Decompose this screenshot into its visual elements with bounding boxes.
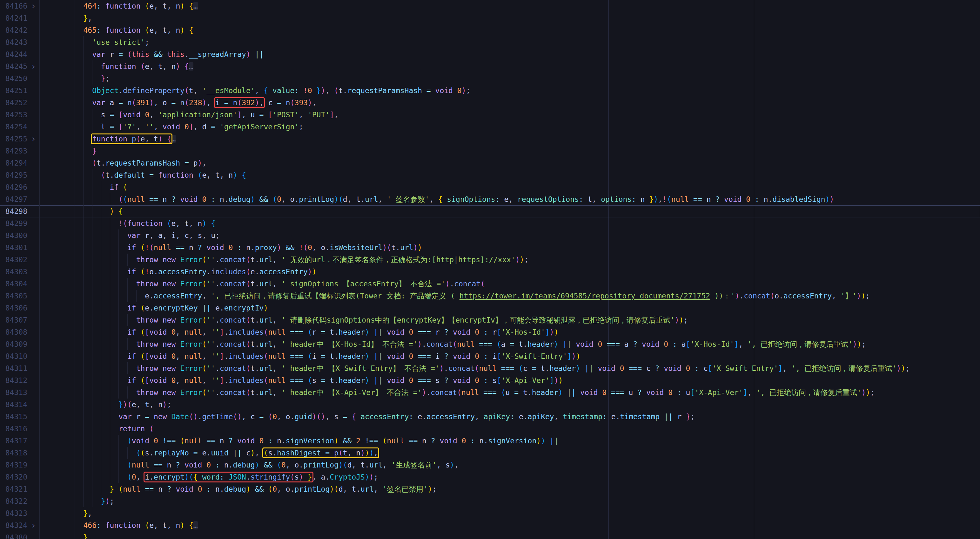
code-line[interactable]: 84254l = ['?', '', void 0], d = 'getApiS… bbox=[0, 121, 980, 133]
line-number[interactable]: 84313 bbox=[0, 386, 27, 399]
code-line-content[interactable]: })(e, t, n); bbox=[40, 399, 980, 411]
code-line-content[interactable]: var a = n(391), o = n(238), i = n(392), … bbox=[40, 97, 980, 109]
code-line-content[interactable]: var r, a, i, c, s, u; bbox=[40, 230, 980, 242]
line-number[interactable]: 84380 bbox=[0, 531, 27, 539]
code-line-content[interactable]: }; bbox=[40, 72, 980, 85]
code-line[interactable]: 84308if ([void 0, null, ''].includes(nul… bbox=[0, 326, 980, 338]
line-number[interactable]: 84303 bbox=[0, 266, 27, 278]
code-line-content[interactable]: }, bbox=[40, 12, 980, 24]
fold-chevron-icon[interactable]: › bbox=[27, 133, 40, 145]
line-number[interactable]: 84251 bbox=[0, 85, 27, 97]
code-line-content[interactable]: if (!(null == n ? void 0 : n.proxy) && !… bbox=[40, 242, 980, 254]
code-line[interactable]: 84302throw new Error(''.concat(t.url, ' … bbox=[0, 254, 980, 266]
line-number[interactable]: 84318 bbox=[0, 447, 27, 459]
code-line[interactable]: 84241}, bbox=[0, 12, 980, 24]
code-line[interactable]: 84323}, bbox=[0, 507, 980, 519]
code-line[interactable]: 84245›function (e, t, n) {… bbox=[0, 61, 980, 72]
line-number[interactable]: 84241 bbox=[0, 12, 27, 24]
string-url-link[interactable]: https://tower.im/teams/694585/repository… bbox=[460, 292, 710, 300]
line-number[interactable]: 84304 bbox=[0, 278, 27, 290]
fold-chevron-icon[interactable]: › bbox=[27, 519, 40, 531]
code-line[interactable]: 84298) { bbox=[0, 205, 980, 217]
code-line[interactable]: 84250}; bbox=[0, 72, 980, 85]
code-line-content[interactable]: 466: function (e, t, n) {… bbox=[40, 519, 980, 531]
line-number[interactable]: 84252 bbox=[0, 97, 27, 109]
fold-chevron-icon[interactable]: › bbox=[27, 0, 40, 12]
code-line[interactable]: 84310if ([void 0, null, ''].includes(nul… bbox=[0, 350, 980, 362]
line-number[interactable]: 84297 bbox=[0, 193, 27, 205]
code-line-content[interactable]: } (null == n ? void 0 : n.debug) && (0, … bbox=[40, 483, 980, 495]
code-line[interactable]: 84242465: function (e, t, n) { bbox=[0, 24, 980, 36]
code-line[interactable]: 84306if (e.encryptKey || e.encryptIv) bbox=[0, 302, 980, 314]
code-line[interactable]: 84301if (!(null == n ? void 0 : n.proxy)… bbox=[0, 242, 980, 254]
code-line[interactable]: 84296if ( bbox=[0, 181, 980, 193]
code-line-content[interactable]: if ( bbox=[40, 181, 980, 193]
line-number[interactable]: 84314 bbox=[0, 399, 27, 411]
line-number[interactable]: 84322 bbox=[0, 495, 27, 507]
line-number[interactable]: 84321 bbox=[0, 483, 27, 495]
code-line-content[interactable]: throw new Error(''.concat(t.url, ' signO… bbox=[40, 278, 980, 290]
code-line-content[interactable]: ((null == n ? void 0 : n.debug) && (0, o… bbox=[40, 193, 980, 205]
line-number[interactable]: 84309 bbox=[0, 338, 27, 350]
code-line[interactable]: 84252var a = n(391), o = n(238), i = n(3… bbox=[0, 97, 980, 109]
code-line[interactable]: 84295(t.default = function (e, t, n) { bbox=[0, 169, 980, 181]
line-number[interactable]: 84306 bbox=[0, 302, 27, 314]
code-line-content[interactable]: 465: function (e, t, n) { bbox=[40, 24, 980, 36]
code-line-content[interactable]: function (e, t, n) {… bbox=[40, 61, 980, 72]
code-line-content[interactable]: (void 0 !== (null == n ? void 0 : n.sign… bbox=[40, 435, 980, 447]
line-number[interactable]: 84253 bbox=[0, 109, 27, 121]
code-line-content[interactable]: }, bbox=[40, 507, 980, 519]
code-line[interactable]: 84309throw new Error(''.concat(t.url, ' … bbox=[0, 338, 980, 350]
code-line-content[interactable]: 464: function (e, t, n) {… bbox=[40, 0, 980, 12]
line-number[interactable]: 84316 bbox=[0, 423, 27, 435]
code-line-content[interactable]: if (!o.accessEntry.includes(e.accessEntr… bbox=[40, 266, 980, 278]
line-number[interactable]: 84307 bbox=[0, 314, 27, 326]
line-number[interactable]: 84293 bbox=[0, 145, 27, 157]
line-number[interactable]: 84300 bbox=[0, 230, 27, 242]
code-line[interactable]: 84299!(function (e, t, n) { bbox=[0, 217, 980, 230]
line-number[interactable]: 84324 bbox=[0, 519, 27, 531]
line-number[interactable]: 84305 bbox=[0, 290, 27, 302]
code-line[interactable]: 84317(void 0 !== (null == n ? void 0 : n… bbox=[0, 435, 980, 447]
line-number[interactable]: 84317 bbox=[0, 435, 27, 447]
line-number[interactable]: 84245 bbox=[0, 61, 27, 72]
code-line[interactable]: 84320(0, i.encrypt)({ word: JSON.stringi… bbox=[0, 471, 980, 483]
code-line[interactable]: 84322}); bbox=[0, 495, 980, 507]
code-line[interactable]: 84315var r = new Date().getTime(), c = (… bbox=[0, 411, 980, 423]
code-line[interactable]: 84251Object.defineProperty(t, '__esModul… bbox=[0, 85, 980, 97]
line-number[interactable]: 84166 bbox=[0, 0, 27, 12]
line-number[interactable]: 84294 bbox=[0, 157, 27, 169]
line-number[interactable]: 84323 bbox=[0, 507, 27, 519]
line-number[interactable]: 84254 bbox=[0, 121, 27, 133]
code-line[interactable]: 84243'use strict'; bbox=[0, 36, 980, 48]
line-number[interactable]: 84308 bbox=[0, 326, 27, 338]
line-number[interactable]: 84255 bbox=[0, 133, 27, 145]
line-number[interactable]: 84299 bbox=[0, 217, 27, 230]
code-line-content[interactable]: (0, i.encrypt)({ word: JSON.stringify(s)… bbox=[40, 471, 980, 483]
code-line-content[interactable]: var r = (this && this.__spreadArray) || bbox=[40, 48, 980, 61]
fold-chevron-icon[interactable]: › bbox=[27, 61, 40, 72]
code-line[interactable]: 84324›466: function (e, t, n) {… bbox=[0, 519, 980, 531]
code-line-content[interactable]: Object.defineProperty(t, '__esModule', {… bbox=[40, 85, 980, 97]
code-line-content[interactable]: throw new Error(''.concat(t.url, ' heade… bbox=[40, 386, 980, 399]
code-line[interactable]: 84244var r = (this && this.__spreadArray… bbox=[0, 48, 980, 61]
code-line[interactable]: 84293} bbox=[0, 145, 980, 157]
code-line[interactable]: 84297((null == n ? void 0 : n.debug) && … bbox=[0, 193, 980, 205]
code-line-content[interactable]: function p(e, t) {… bbox=[40, 133, 980, 145]
code-line[interactable]: 84304throw new Error(''.concat(t.url, ' … bbox=[0, 278, 980, 290]
code-line-content[interactable]: }, bbox=[40, 531, 980, 539]
code-line-content[interactable]: }); bbox=[40, 495, 980, 507]
line-number[interactable]: 84311 bbox=[0, 362, 27, 375]
code-line[interactable]: 84307throw new Error(''.concat(t.url, ' … bbox=[0, 314, 980, 326]
code-line-content[interactable]: ) { bbox=[40, 205, 980, 217]
code-line[interactable]: 84316return ( bbox=[0, 423, 980, 435]
code-line-content[interactable]: throw new Error(''.concat(t.url, ' heade… bbox=[40, 338, 980, 350]
code-line-content[interactable]: !(function (e, t, n) { bbox=[40, 217, 980, 230]
code-line-content[interactable]: l = ['?', '', void 0], d = 'getApiServer… bbox=[40, 121, 980, 133]
code-line-content[interactable]: (t.default = function (e, t, n) { bbox=[40, 169, 980, 181]
code-line[interactable]: 84321} (null == n ? void 0 : n.debug) &&… bbox=[0, 483, 980, 495]
line-number[interactable]: 84243 bbox=[0, 36, 27, 48]
code-line-content[interactable]: throw new Error(''.concat(t.url, ' heade… bbox=[40, 362, 980, 375]
line-number[interactable]: 84315 bbox=[0, 411, 27, 423]
line-number[interactable]: 84301 bbox=[0, 242, 27, 254]
